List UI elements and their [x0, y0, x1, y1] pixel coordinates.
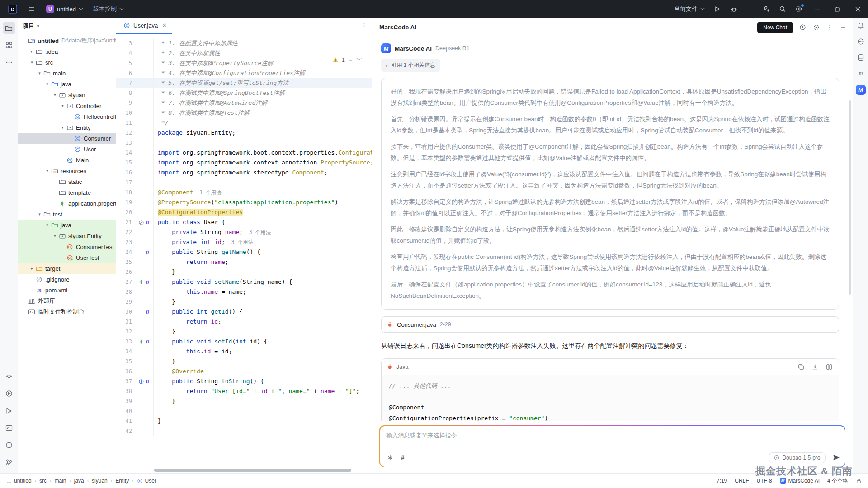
chat-history-icon[interactable]: [798, 23, 807, 32]
commands-asterisk-icon[interactable]: [386, 454, 394, 462]
marscode-gutter-icon[interactable]: [145, 339, 151, 345]
tree-item-usertest[interactable]: CUserTest: [18, 252, 116, 263]
ai-assistant-icon[interactable]: [857, 38, 865, 46]
breadcrumb-item-java[interactable]: java: [74, 478, 84, 484]
code-text[interactable]: * 1. 在配置文件中添加属性: [153, 38, 372, 48]
marscode-gutter-icon[interactable]: [145, 220, 151, 225]
tab-close-icon[interactable]: ✕: [162, 22, 167, 29]
code-text[interactable]: public void setId(int id) {: [153, 337, 372, 347]
tree-item-siyuan-entity[interactable]: ▾siyuan.Entity: [18, 230, 116, 241]
debug-button[interactable]: [726, 2, 742, 16]
breadcrumb-item-src[interactable]: src: [39, 478, 47, 484]
code-text[interactable]: [153, 178, 372, 188]
window-restore-button[interactable]: [827, 0, 848, 18]
chat-input-box[interactable]: 输入消息或者"/"来选择指令 # Doubao-1.5-pro: [380, 426, 845, 467]
breadcrumb-item-untitled[interactable]: untitled: [6, 478, 32, 484]
marscode-gutter-icon[interactable]: [145, 379, 151, 385]
run-button[interactable]: [709, 2, 726, 16]
tree-item-application-properties[interactable]: application.properties: [18, 198, 116, 209]
code-text[interactable]: * 7. 在测试类中添加@Autowired注解: [153, 98, 372, 108]
project-selector[interactable]: U untitled: [42, 3, 87, 15]
chevron-right-icon[interactable]: ▸: [28, 266, 35, 271]
vcs-menu[interactable]: 版本控制: [90, 3, 127, 15]
readonly-lock-icon[interactable]: [856, 478, 862, 484]
marscode-gutter-icon[interactable]: [145, 279, 151, 285]
diff-code-icon[interactable]: [825, 363, 833, 371]
marscode-gutter-icon[interactable]: [145, 309, 151, 315]
project-tool-icon[interactable]: [3, 22, 15, 34]
no-bean-gutter-icon[interactable]: [138, 220, 144, 225]
code-text[interactable]: [153, 138, 372, 148]
code-text[interactable]: @Override: [153, 366, 372, 376]
next-issue-icon[interactable]: ﹀: [357, 56, 362, 64]
override-gutter-icon[interactable]: [138, 379, 144, 385]
terminal-tool-icon[interactable]: [3, 422, 15, 434]
tree-item-untitled[interactable]: untitledD:\data\程序\java\untitled: [18, 35, 116, 46]
structure-tool-icon[interactable]: [3, 39, 15, 52]
chevron-down-icon[interactable]: ▾: [52, 234, 58, 238]
chevron-down-icon[interactable]: ▾: [36, 71, 43, 75]
breadcrumb-item-main[interactable]: main: [54, 478, 66, 484]
caret-position[interactable]: 7:19: [717, 478, 727, 484]
copy-code-icon[interactable]: [797, 363, 805, 371]
code-text[interactable]: [153, 406, 372, 416]
marscode-status-item[interactable]: M MarsCode AI: [780, 478, 820, 484]
problems-tool-icon[interactable]: [3, 439, 15, 451]
code-text[interactable]: * 5. 在类中设置get/set;重写toString方法: [153, 78, 372, 88]
project-panel-header[interactable]: 项目 ▾: [18, 18, 116, 34]
chevron-down-icon[interactable]: ▾: [44, 169, 51, 173]
marscode-tool-icon[interactable]: M: [856, 85, 866, 95]
notifications-bell-icon[interactable]: [857, 22, 865, 30]
marscode-gutter-icon[interactable]: [145, 249, 151, 255]
tree-item-resources[interactable]: ▾resources: [18, 165, 116, 176]
code-text[interactable]: this.name = name;: [153, 287, 372, 297]
tree-item-consumer[interactable]: CConsumer: [18, 133, 116, 144]
chat-more-kebab-icon[interactable]: [826, 23, 834, 32]
more-tool-windows-icon[interactable]: [3, 56, 15, 69]
tree-item-static[interactable]: static: [18, 176, 116, 187]
more-actions-icon[interactable]: [742, 2, 758, 16]
tree-item-target[interactable]: ▸target: [18, 263, 116, 274]
tree-item-java[interactable]: ▾java: [18, 79, 116, 89]
code-text[interactable]: }: [153, 297, 372, 307]
tree-item-template[interactable]: template: [18, 187, 116, 198]
tree-item-test[interactable]: ▾test: [18, 209, 116, 220]
tree-item-main[interactable]: ▾main: [18, 68, 116, 79]
code-text[interactable]: public class User {: [153, 217, 372, 227]
tree-item-pom-xml[interactable]: mpom.xml: [18, 285, 116, 296]
breadcrumb-item-siyuan[interactable]: siyuan: [92, 478, 108, 484]
indent-indicator[interactable]: 4 个空格: [827, 477, 848, 485]
code-text[interactable]: public String toString() {: [153, 376, 372, 386]
send-message-icon[interactable]: [832, 454, 840, 461]
run-tool-icon[interactable]: [3, 404, 15, 417]
code-text[interactable]: public int getId() {: [153, 307, 372, 317]
code-text[interactable]: * 8. 在测试类中添加@Test注解: [153, 108, 372, 118]
model-selector-chip[interactable]: Doubao-1.5-pro: [769, 452, 825, 463]
inspection-widget[interactable]: 1 ︿ ﹀: [330, 55, 364, 65]
services-tool-icon[interactable]: [3, 387, 15, 400]
chevron-down-icon[interactable]: ▾: [28, 60, 35, 65]
tree-item-java[interactable]: ▾java: [18, 220, 116, 230]
reference-collapse-chip[interactable]: ▸ 引用 1 个相关信息: [381, 59, 440, 72]
code-text[interactable]: [153, 426, 372, 436]
chevron-down-icon[interactable]: ▾: [36, 212, 43, 216]
tree-item-entity[interactable]: ▾Entity: [18, 122, 116, 133]
encoding-indicator[interactable]: UTF-8: [757, 478, 772, 484]
tree-item-src[interactable]: ▾src: [18, 57, 116, 68]
code-text[interactable]: import org.springframework.boot.context.…: [153, 148, 372, 158]
settings-gear-icon[interactable]: [791, 2, 807, 16]
insert-code-icon[interactable]: [811, 363, 819, 371]
code-text[interactable]: return name;: [153, 257, 372, 267]
code-text[interactable]: private String name; 3 个用法: [153, 227, 372, 237]
code-text[interactable]: }: [153, 396, 372, 406]
code-text[interactable]: */: [153, 118, 372, 128]
search-icon[interactable]: [774, 2, 791, 16]
spring-bean-gutter-icon[interactable]: [138, 339, 144, 345]
chevron-down-icon[interactable]: ▾: [52, 93, 58, 97]
code-text[interactable]: import org.springframework.stereotype.Co…: [153, 168, 372, 178]
code-text[interactable]: * 4. 在类中添加@ConfigurationProperties注解: [153, 68, 372, 78]
editor-body[interactable]: 1 ︿ ﹀ 3 * 1. 在配置文件中添加属性4 * 2. 在类中添加属性5 *…: [116, 34, 372, 473]
chevron-right-icon[interactable]: ▸: [28, 49, 35, 54]
spring-bean-gutter-icon[interactable]: [138, 279, 144, 285]
code-text[interactable]: return id;: [153, 317, 372, 327]
